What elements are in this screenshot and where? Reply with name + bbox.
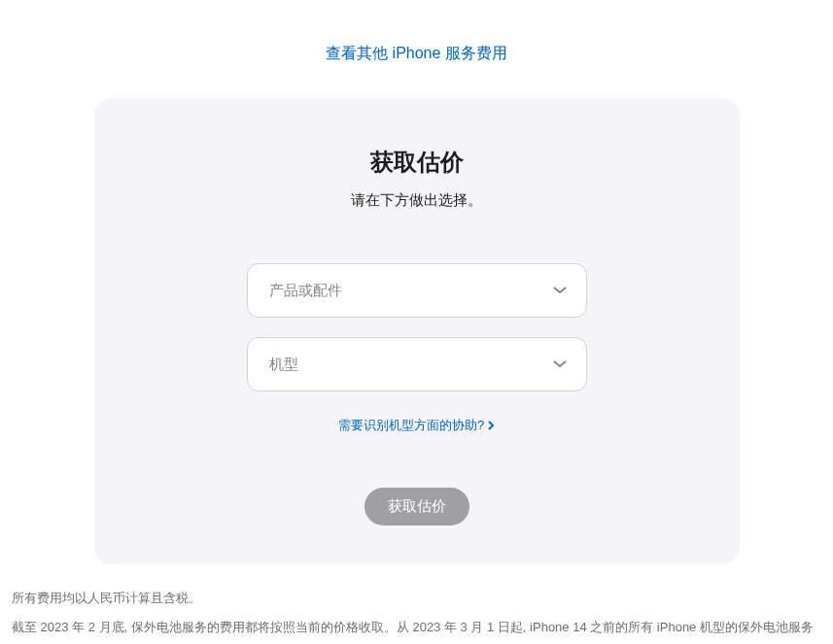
select-placeholder: 产品或配件 [269,282,342,300]
model-select[interactable]: 机型 [247,337,587,391]
identify-model-help-link[interactable]: 需要识别机型方面的协助? [338,417,495,434]
chevron-down-icon [553,287,567,294]
get-estimate-button[interactable]: 获取估价 [364,488,469,525]
disclaimer-section: 所有费用均以人民币计算且含税。 截至 2023 年 2 月底, 保外电池服务的费… [10,584,816,644]
product-or-accessory-select[interactable]: 产品或配件 [247,263,587,318]
chevron-down-icon [553,360,567,368]
card-subtitle: 请在下方做出选择。 [153,191,681,210]
select-placeholder: 机型 [269,356,298,374]
chevron-right-icon [488,421,495,430]
estimate-card: 获取估价 请在下方做出选择。 产品或配件 机型 需要识别机型方面的协助? 获取估… [94,98,740,564]
disclaimer-line-1: 所有费用均以人民币计算且含税。 [12,584,816,613]
help-link-label: 需要识别机型方面的协助? [338,417,484,434]
card-title: 获取估价 [153,147,681,178]
other-iphone-service-link[interactable]: 查看其他 iPhone 服务费用 [10,44,823,64]
disclaimer-line-2: 截至 2023 年 2 月底, 保外电池服务的费用都将按照当前的价格收取。从 2… [12,613,816,644]
